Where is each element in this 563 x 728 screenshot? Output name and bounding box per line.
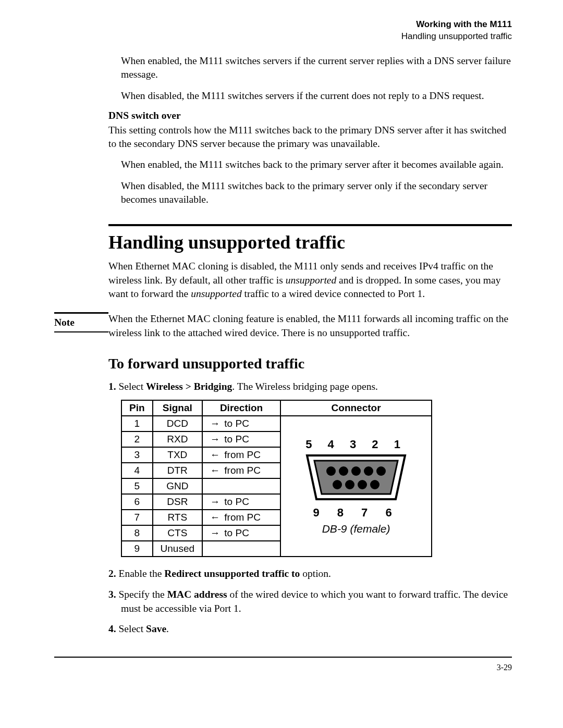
dir-text: from PC — [224, 449, 261, 460]
step-3: Specify the MAC address of the wired dev… — [108, 587, 512, 616]
step-1-pre: Select — [119, 381, 146, 392]
cell-direction: → to PC — [202, 494, 280, 510]
cell-signal: DCD — [153, 416, 203, 431]
cell-direction: ← from PC — [202, 463, 280, 478]
cell-direction — [202, 541, 280, 557]
cell-direction: ← from PC — [202, 510, 280, 525]
connector-cell: 5 4 3 2 1 — [280, 416, 432, 557]
step-4-bold: Save — [146, 623, 166, 634]
dir-text: to PC — [224, 496, 249, 507]
pin-table: Pin Signal Direction Connector 1 DCD → t… — [121, 400, 432, 557]
arrow-icon: ← — [210, 465, 222, 476]
svg-point-4 — [351, 466, 361, 476]
th-connector: Connector — [280, 400, 432, 416]
note-label-cell: Note — [54, 312, 108, 340]
svg-point-2 — [326, 466, 336, 476]
dns-disabled: When disabled, the M111 switches back to… — [121, 179, 512, 207]
arrow-icon: → — [210, 434, 222, 445]
table-row: 1 DCD → to PC 5 4 3 2 1 — [121, 416, 432, 431]
dns-switch-over-heading: DNS switch over — [108, 110, 512, 121]
body-column-2: To forward unsupported traffic Select Wi… — [108, 355, 512, 636]
section-para-ital2: unsupported — [191, 288, 242, 299]
db9-connector-icon — [304, 452, 408, 502]
cell-pin: 2 — [121, 431, 153, 447]
connector-caption: DB-9 (female) — [288, 523, 424, 535]
step-1-post: . The Wireless bridging page opens. — [232, 381, 378, 392]
step-3-pre: Specify the — [119, 589, 167, 600]
cell-pin: 7 — [121, 510, 153, 525]
arrow-icon: → — [210, 418, 222, 429]
connector-top-labels: 5 4 3 2 1 — [288, 438, 424, 451]
step-2: Enable the Redirect unsupported traffic … — [108, 566, 512, 581]
subsection-title: To forward unsupported traffic — [108, 355, 512, 372]
step-1-bold: Wireless > Bridging — [146, 381, 232, 392]
dir-text: from PC — [224, 465, 261, 476]
cell-signal: RXD — [153, 431, 203, 447]
cell-direction: → to PC — [202, 431, 280, 447]
section-para: When Ethernet MAC cloning is disabled, t… — [108, 260, 512, 301]
section-rule — [108, 224, 512, 226]
step-4-pre: Select — [119, 623, 146, 634]
svg-point-6 — [376, 466, 386, 476]
connector-bottom-labels: 9 8 7 6 — [288, 506, 424, 520]
body-column: When enabled, the M111 switches servers … — [108, 54, 512, 301]
section-title: Handling unsupported traffic — [108, 231, 512, 253]
svg-marker-1 — [314, 461, 398, 494]
svg-point-7 — [333, 480, 342, 489]
cell-pin: 9 — [121, 541, 153, 557]
pin-table-wrap: Pin Signal Direction Connector 1 DCD → t… — [121, 400, 512, 557]
step-2-bold: Redirect unsupported traffic to — [164, 568, 300, 579]
dns-desc: This setting controls how the M111 switc… — [108, 124, 512, 151]
note-row: Note When the Ethernet MAC cloning featu… — [54, 312, 512, 340]
cell-signal: CTS — [153, 525, 203, 541]
cell-direction — [202, 478, 280, 494]
page: Working with the M111 Handling unsupport… — [0, 0, 563, 728]
cell-direction: → to PC — [202, 416, 280, 431]
svg-point-8 — [345, 480, 354, 489]
cell-direction: → to PC — [202, 525, 280, 541]
cell-signal: Unused — [153, 541, 203, 557]
running-head-bold: Working with the M111 — [416, 19, 512, 29]
running-head-plain: Handling unsupported traffic — [401, 31, 512, 41]
svg-point-3 — [339, 466, 348, 476]
th-signal: Signal — [153, 400, 203, 416]
step-3-bold: MAC address — [167, 589, 227, 600]
cell-signal: GND — [153, 478, 203, 494]
svg-point-10 — [370, 480, 380, 489]
cell-direction: ← from PC — [202, 447, 280, 463]
arrow-icon: ← — [210, 449, 222, 461]
th-direction: Direction — [202, 400, 280, 416]
svg-point-5 — [364, 466, 373, 476]
dir-text: from PC — [224, 512, 261, 523]
cell-pin: 6 — [121, 494, 153, 510]
th-pin: Pin — [121, 400, 153, 416]
footer: 3-29 — [54, 657, 512, 672]
step-4-post: . — [166, 623, 169, 634]
step-1: Select Wireless > Bridging. The Wireless… — [108, 379, 512, 393]
svg-point-9 — [358, 480, 367, 489]
cell-pin: 1 — [121, 416, 153, 431]
dir-text: to PC — [224, 527, 249, 538]
note-label: Note — [54, 312, 108, 332]
page-number: 3-29 — [497, 663, 512, 672]
cell-pin: 4 — [121, 463, 153, 478]
arrow-icon: ← — [210, 512, 222, 523]
step-4: Select Save. — [108, 622, 512, 636]
section-para-post: traffic to a wired device connected to P… — [242, 288, 425, 299]
step-2-post: option. — [300, 568, 331, 579]
cell-signal: RTS — [153, 510, 203, 525]
cell-signal: DSR — [153, 494, 203, 510]
para-disabled-switch: When disabled, the M111 switches servers… — [121, 89, 512, 103]
cell-pin: 8 — [121, 525, 153, 541]
running-head: Working with the M111 Handling unsupport… — [54, 19, 512, 43]
note-body: When the Ethernet MAC cloning feature is… — [108, 312, 512, 340]
cell-pin: 3 — [121, 447, 153, 463]
cell-signal: TXD — [153, 447, 203, 463]
dir-text: to PC — [224, 434, 249, 445]
steps-list-cont: Enable the Redirect unsupported traffic … — [108, 566, 512, 636]
cell-pin: 5 — [121, 478, 153, 494]
dir-text: to PC — [224, 418, 249, 429]
cell-signal: DTR — [153, 463, 203, 478]
arrow-icon: → — [210, 496, 222, 508]
steps-list: Select Wireless > Bridging. The Wireless… — [108, 379, 512, 393]
